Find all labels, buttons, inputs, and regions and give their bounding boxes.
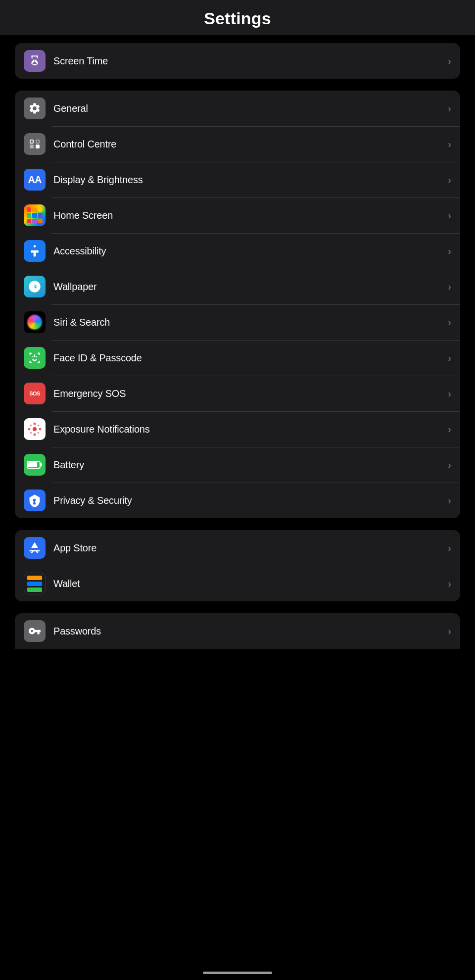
chevron-icon: ›: [448, 281, 451, 293]
chevron-icon: ›: [448, 317, 451, 328]
svg-rect-19: [40, 463, 42, 466]
general-icon: [24, 98, 46, 119]
settings-row-face-id[interactable]: Face ID & Passcode ›: [15, 340, 460, 376]
settings-row-home-screen[interactable]: Home Screen ›: [15, 197, 460, 233]
control-centre-label: Control Centre: [53, 139, 448, 150]
chevron-icon: ›: [448, 174, 451, 186]
passwords-label: Passwords: [53, 626, 448, 637]
svg-point-6: [34, 245, 36, 247]
chevron-icon: ›: [448, 352, 451, 364]
header: Settings: [0, 0, 475, 35]
face-id-icon: [24, 347, 46, 369]
chevron-icon: ›: [448, 55, 451, 67]
section-screen-time: Screen Time ›: [15, 43, 460, 79]
battery-icon: [24, 454, 46, 476]
screen-time-label: Screen Time: [53, 55, 448, 67]
page-content: Screen Time › General ›: [0, 43, 475, 649]
battery-label: Battery: [53, 459, 448, 471]
settings-row-siri[interactable]: Siri & Search ›: [15, 304, 460, 340]
settings-row-screen-time[interactable]: Screen Time ›: [15, 43, 460, 79]
section-general: General › Control Centre › AA: [15, 91, 460, 518]
general-label: General: [53, 103, 448, 114]
chevron-icon: ›: [448, 495, 451, 506]
exposure-label: Exposure Notifications: [53, 424, 448, 435]
chevron-icon: ›: [448, 626, 451, 637]
home-screen-icon: [24, 204, 46, 226]
section-apps: App Store › Wallet ›: [15, 530, 460, 601]
settings-row-battery[interactable]: Battery ›: [15, 447, 460, 483]
svg-point-14: [38, 425, 40, 427]
chevron-icon: ›: [448, 388, 451, 399]
svg-rect-18: [28, 462, 37, 467]
settings-row-exposure[interactable]: Exposure Notifications ›: [15, 411, 460, 447]
svg-point-15: [30, 432, 32, 434]
face-id-label: Face ID & Passcode: [53, 352, 448, 364]
settings-row-wallet[interactable]: Wallet ›: [15, 566, 460, 601]
accessibility-icon: [24, 240, 46, 262]
exposure-icon: [24, 418, 46, 440]
svg-point-8: [33, 427, 37, 431]
settings-row-accessibility[interactable]: Accessibility ›: [15, 233, 460, 269]
svg-point-16: [38, 432, 40, 434]
passwords-icon: [24, 620, 46, 642]
privacy-icon: [24, 490, 46, 511]
svg-point-13: [30, 425, 32, 427]
control-centre-icon: [24, 133, 46, 155]
settings-row-passwords[interactable]: Passwords ›: [15, 613, 460, 649]
chevron-icon: ›: [448, 139, 451, 150]
wallet-icon: [24, 573, 46, 594]
svg-rect-3: [36, 145, 40, 148]
section-passwords: Passwords ›: [15, 613, 460, 649]
chevron-icon: ›: [448, 424, 451, 435]
svg-rect-2: [30, 145, 34, 148]
svg-point-4: [31, 141, 33, 143]
privacy-label: Privacy & Security: [53, 495, 448, 506]
app-store-icon: [24, 537, 46, 559]
home-screen-label: Home Screen: [53, 210, 448, 221]
settings-row-general[interactable]: General ›: [15, 91, 460, 126]
svg-point-12: [39, 428, 42, 431]
app-store-label: App Store: [53, 542, 448, 554]
display-icon: AA: [24, 169, 46, 191]
chevron-icon: ›: [448, 578, 451, 589]
settings-row-wallpaper[interactable]: Wallpaper ›: [15, 269, 460, 304]
siri-label: Siri & Search: [53, 317, 448, 328]
settings-row-display[interactable]: AA Display & Brightness ›: [15, 162, 460, 197]
wallpaper-icon: [24, 276, 46, 297]
chevron-icon: ›: [448, 459, 451, 471]
emergency-sos-icon: SOS: [24, 383, 46, 404]
settings-row-control-centre[interactable]: Control Centre ›: [15, 126, 460, 162]
svg-point-5: [37, 141, 39, 143]
wallet-label: Wallet: [53, 578, 448, 589]
emergency-sos-label: Emergency SOS: [53, 388, 448, 399]
settings-row-privacy[interactable]: Privacy & Security ›: [15, 483, 460, 518]
siri-icon: [24, 311, 46, 333]
settings-row-emergency-sos[interactable]: SOS Emergency SOS ›: [15, 376, 460, 411]
settings-row-app-store[interactable]: App Store ›: [15, 530, 460, 566]
svg-point-10: [34, 434, 36, 436]
chevron-icon: ›: [448, 210, 451, 221]
page-title: Settings: [204, 9, 271, 28]
screen-time-icon: [24, 50, 46, 72]
wallpaper-label: Wallpaper: [53, 281, 448, 293]
display-label: Display & Brightness: [53, 174, 448, 186]
home-indicator: [203, 972, 272, 974]
chevron-icon: ›: [448, 542, 451, 554]
accessibility-label: Accessibility: [53, 245, 448, 257]
chevron-icon: ›: [448, 103, 451, 114]
chevron-icon: ›: [448, 245, 451, 257]
svg-point-11: [28, 428, 31, 431]
svg-point-9: [34, 423, 36, 425]
